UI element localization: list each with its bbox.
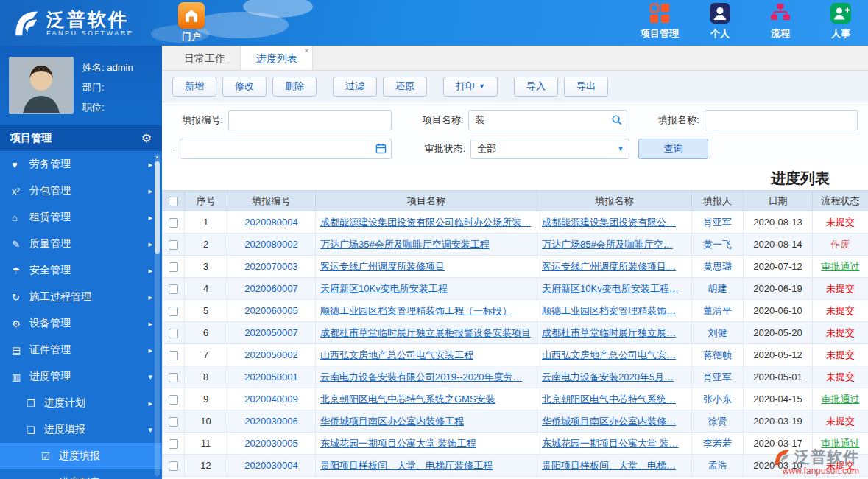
report-no-link[interactable]: 2020060005 bbox=[244, 305, 297, 316]
sidebar-menu-item[interactable]: ❐ 进度计划 ▸ bbox=[0, 390, 162, 416]
reporter-link[interactable]: 董清平 bbox=[703, 305, 732, 316]
project-name-link[interactable]: 贵阳项目样板间、大堂、电梯厅装修工程 bbox=[320, 460, 493, 471]
row-checkbox[interactable] bbox=[169, 262, 178, 272]
reporter-link[interactable]: 孟浩 bbox=[708, 460, 727, 471]
report-no-link[interactable]: 2020060007 bbox=[244, 283, 297, 294]
report-no-link[interactable]: 2020050001 bbox=[244, 371, 297, 382]
reporter-link[interactable]: 黄思璐 bbox=[703, 261, 732, 272]
tab-daily-work[interactable]: 日常工作 bbox=[169, 46, 241, 70]
reporter-link[interactable]: 李若若 bbox=[703, 438, 732, 449]
sidebar-menu-item[interactable]: ☑ 进度填报 bbox=[0, 443, 162, 469]
export-button[interactable]: 导出 bbox=[564, 77, 608, 97]
sidebar-menu-item[interactable]: ≣ 进度列表 bbox=[0, 469, 162, 479]
project-name-link[interactable]: 成都能源建设集团投资有限公司临时办公场所装… bbox=[320, 217, 531, 228]
nav-workflow[interactable]: 流程 bbox=[759, 3, 802, 41]
report-name-link[interactable]: 成都能源建设集团投资有限公… bbox=[542, 217, 676, 228]
row-checkbox[interactable] bbox=[169, 329, 178, 338]
reporter-link[interactable]: 胡建 bbox=[708, 283, 727, 294]
row-checkbox[interactable] bbox=[169, 461, 178, 471]
project-name-input[interactable] bbox=[468, 110, 627, 130]
report-name-link[interactable]: 山西弘文房地产总公司电气安… bbox=[542, 349, 676, 360]
select-all-checkbox[interactable] bbox=[169, 197, 178, 206]
report-name-link[interactable]: 天府新区10Kv变电所安装工程… bbox=[542, 283, 679, 294]
approval-status-select[interactable]: 全部 ▼ bbox=[470, 139, 629, 159]
report-no-link[interactable]: 2020030004 bbox=[244, 460, 297, 471]
row-checkbox[interactable] bbox=[169, 417, 178, 427]
report-name-input[interactable] bbox=[705, 110, 858, 130]
report-no-link[interactable]: 2020040009 bbox=[244, 394, 297, 405]
filter-button[interactable]: 过滤 bbox=[333, 77, 377, 97]
tab-progress-list[interactable]: 进度列表 × bbox=[241, 46, 313, 70]
sidebar-menu-item[interactable]: ☂ 安全管理 ▸ bbox=[0, 257, 162, 284]
nav-personal[interactable]: 个人 bbox=[699, 3, 741, 41]
scroll-up-icon[interactable]: ▴ bbox=[155, 153, 160, 160]
reporter-link[interactable]: 刘健 bbox=[708, 327, 727, 338]
sidebar-menu-item[interactable]: ↻ 施工过程管理 ▸ bbox=[0, 284, 162, 310]
sidebar-menu-item[interactable]: ♥ 劳务管理 ▸ bbox=[0, 151, 162, 178]
report-name-link[interactable]: 贵阳项目样板间、大堂、电梯… bbox=[542, 460, 676, 471]
report-name-link[interactable]: 东城花园一期项目公寓大堂 装… bbox=[542, 438, 679, 449]
row-checkbox[interactable] bbox=[169, 351, 178, 360]
sidebar-menu-item[interactable]: ✎ 质量管理 ▸ bbox=[0, 231, 162, 257]
portal-nav-item[interactable]: 门户 bbox=[168, 2, 215, 43]
date-input[interactable] bbox=[180, 139, 392, 159]
reporter-link[interactable]: 肖亚军 bbox=[703, 217, 732, 228]
report-no-input[interactable] bbox=[228, 110, 392, 130]
report-name-link[interactable]: 北京朝阳区电气中芯特气系统… bbox=[542, 394, 676, 405]
import-button[interactable]: 导入 bbox=[514, 77, 558, 97]
sidebar-menu-item[interactable]: ❏ 进度填报 ▾ bbox=[0, 416, 162, 443]
project-name-link[interactable]: 山西弘文房地产总公司电气安装工程 bbox=[320, 349, 473, 360]
report-name-link[interactable]: 华侨城项目南区办公室内装修… bbox=[542, 416, 676, 427]
report-no-link[interactable]: 2020030006 bbox=[244, 416, 297, 427]
sidebar-menu-item[interactable]: ⌂ 租赁管理 ▸ bbox=[0, 204, 162, 231]
project-name-link[interactable]: 顺德工业园区档案管理精装饰工程（一标段） bbox=[320, 305, 512, 316]
reporter-link[interactable]: 肖亚军 bbox=[703, 371, 732, 382]
row-checkbox[interactable] bbox=[169, 307, 178, 316]
reporter-link[interactable]: 蒋德帧 bbox=[703, 349, 732, 360]
project-name-link[interactable]: 天府新区10Kv变电所安装工程 bbox=[320, 283, 448, 294]
row-checkbox[interactable] bbox=[169, 240, 178, 250]
project-name-link[interactable]: 客运专线广州调度所装修项目 bbox=[320, 261, 445, 272]
add-button[interactable]: 新增 bbox=[172, 77, 216, 97]
report-no-link[interactable]: 2020050007 bbox=[244, 327, 297, 338]
nav-project-management[interactable]: 项目管理 bbox=[638, 3, 681, 41]
report-no-link[interactable]: 2020050002 bbox=[244, 349, 297, 360]
report-name-link[interactable]: 云南电力设备安装2020年5月… bbox=[542, 371, 674, 382]
project-name-link[interactable]: 万达广场35#会所及咖啡厅空调安装工程 bbox=[320, 239, 490, 250]
report-no-link[interactable]: 2020080004 bbox=[244, 217, 297, 228]
gear-icon[interactable]: ⚙ bbox=[141, 131, 152, 145]
project-name-link[interactable]: 云南电力设备安装有限公司2019--2020年度劳… bbox=[320, 371, 523, 382]
report-name-link[interactable]: 客运专线广州调度所装修项目… bbox=[542, 261, 676, 272]
calendar-icon[interactable] bbox=[375, 143, 387, 157]
search-icon[interactable] bbox=[611, 114, 622, 128]
sidebar-menu-item[interactable]: x² 分包管理 ▸ bbox=[0, 178, 162, 204]
sidebar-menu-item[interactable]: ⚙ 设备管理 ▸ bbox=[0, 310, 162, 337]
row-checkbox[interactable] bbox=[169, 284, 178, 294]
sidebar-scrollbar-thumb[interactable] bbox=[155, 161, 160, 254]
reporter-link[interactable]: 黄一飞 bbox=[703, 239, 732, 250]
report-no-link[interactable]: 2020030005 bbox=[244, 438, 297, 449]
report-no-link[interactable]: 2020070003 bbox=[244, 261, 297, 272]
row-checkbox[interactable] bbox=[169, 439, 178, 449]
report-name-link[interactable]: 成都杜甫草堂临时展厅独立展… bbox=[542, 327, 676, 338]
restore-button[interactable]: 还原 bbox=[383, 77, 427, 97]
nav-hr[interactable]: 人事 bbox=[819, 3, 862, 41]
project-name-link[interactable]: 东城花园一期项目公寓大堂 装饰工程 bbox=[320, 438, 476, 449]
row-checkbox[interactable] bbox=[169, 395, 178, 405]
sidebar-menu-item[interactable]: ▤ 证件管理 ▸ bbox=[0, 337, 162, 363]
reporter-link[interactable]: 张小东 bbox=[703, 394, 732, 405]
row-checkbox[interactable] bbox=[169, 373, 178, 382]
reporter-link[interactable]: 徐贤 bbox=[708, 416, 727, 427]
project-name-link[interactable]: 华侨城项目南区办公室内装修工程 bbox=[320, 416, 464, 427]
tab-close-icon[interactable]: × bbox=[304, 46, 309, 56]
sidebar-menu-item[interactable]: ▥ 进度管理 ▾ bbox=[0, 363, 162, 390]
report-no-link[interactable]: 2020080002 bbox=[244, 239, 297, 250]
delete-button[interactable]: 删除 bbox=[272, 77, 317, 97]
report-name-link[interactable]: 顺德工业园区档案管理精装饰… bbox=[542, 305, 676, 316]
project-name-link[interactable]: 成都杜甫草堂临时展厅独立展柜报警设备安装项目 bbox=[320, 327, 531, 338]
project-name-link[interactable]: 北京朝阳区电气中芯特气系统之GMS安装 bbox=[320, 394, 495, 405]
modify-button[interactable]: 修改 bbox=[222, 77, 267, 97]
print-button[interactable]: 打印 ▼ bbox=[443, 77, 498, 97]
sidebar-scrollbar[interactable]: ▴ bbox=[155, 154, 160, 476]
row-checkbox[interactable] bbox=[169, 218, 178, 228]
